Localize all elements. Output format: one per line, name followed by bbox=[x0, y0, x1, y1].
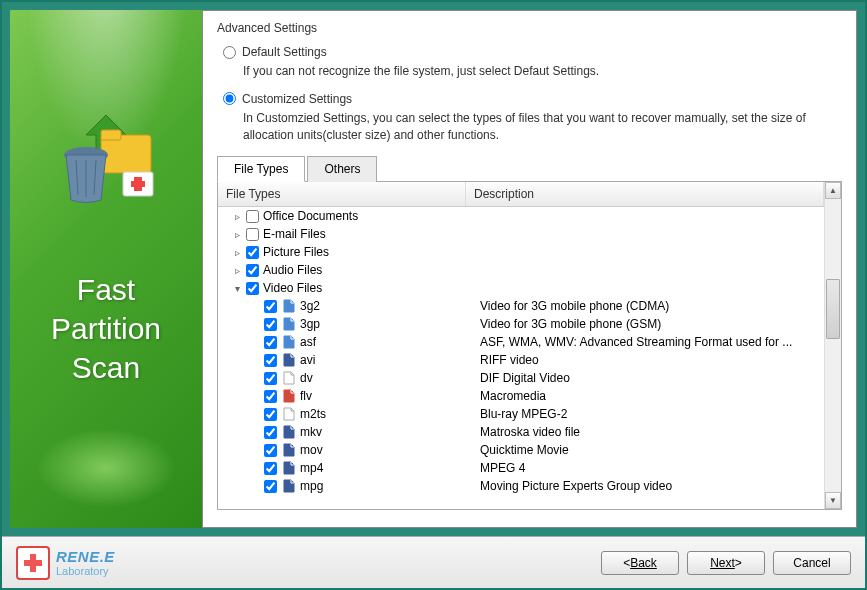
tab-file-types[interactable]: File Types bbox=[217, 156, 305, 182]
file-type-row[interactable]: m2tsBlu-ray MPEG-2 bbox=[218, 405, 824, 423]
scroll-up-button[interactable]: ▲ bbox=[825, 182, 841, 199]
file-type-row[interactable]: aviRIFF video bbox=[218, 351, 824, 369]
category-checkbox[interactable] bbox=[246, 246, 259, 259]
col-header-name[interactable]: File Types bbox=[218, 182, 466, 206]
file-type-row[interactable]: 3gpVideo for 3G mobile phone (GSM) bbox=[218, 315, 824, 333]
file-type-row[interactable]: asfASF, WMA, WMV: Advanced Streaming For… bbox=[218, 333, 824, 351]
customized-settings-label: Customized Settings bbox=[242, 92, 352, 106]
scroll-thumb[interactable] bbox=[826, 279, 840, 339]
category-row[interactable]: ▹Picture Files bbox=[218, 243, 824, 261]
tree-header: File Types Description bbox=[218, 182, 824, 207]
file-type-checkbox[interactable] bbox=[264, 372, 277, 385]
file-icon bbox=[281, 299, 297, 313]
main-area: Fast Partition Scan Advanced Settings De… bbox=[2, 2, 865, 536]
file-type-row[interactable]: mpgMoving Picture Experts Group video bbox=[218, 477, 824, 495]
file-type-row[interactable]: movQuicktime Movie bbox=[218, 441, 824, 459]
category-row[interactable]: ▹E-mail Files bbox=[218, 225, 824, 243]
file-type-row[interactable]: 3g2Video for 3G mobile phone (CDMA) bbox=[218, 297, 824, 315]
category-name: Audio Files bbox=[263, 263, 322, 277]
file-type-checkbox[interactable] bbox=[264, 426, 277, 439]
expander-icon[interactable]: ▹ bbox=[232, 265, 242, 276]
sidebar-title-line2: Partition bbox=[10, 309, 202, 348]
file-ext: mpg bbox=[300, 479, 323, 493]
file-desc: DIF Digital Video bbox=[480, 371, 570, 385]
logo-text: RENE.E Laboratory bbox=[56, 548, 115, 577]
file-ext: asf bbox=[300, 335, 316, 349]
sidebar-graphic bbox=[51, 100, 161, 210]
file-type-checkbox[interactable] bbox=[264, 336, 277, 349]
file-ext: flv bbox=[300, 389, 312, 403]
file-ext: 3gp bbox=[300, 317, 320, 331]
file-type-checkbox[interactable] bbox=[264, 444, 277, 457]
tree-body: ▹Office Documents▹E-mail Files▹Picture F… bbox=[218, 207, 824, 503]
file-desc: ASF, WMA, WMV: Advanced Streaming Format… bbox=[480, 335, 792, 349]
folder-icon bbox=[101, 130, 151, 173]
file-type-checkbox[interactable] bbox=[264, 408, 277, 421]
file-type-checkbox[interactable] bbox=[264, 462, 277, 475]
section-title: Advanced Settings bbox=[217, 21, 842, 35]
window: Fast Partition Scan Advanced Settings De… bbox=[0, 0, 867, 590]
file-icon bbox=[281, 461, 297, 475]
file-desc: Matroska video file bbox=[480, 425, 580, 439]
file-type-row[interactable]: flvMacromedia bbox=[218, 387, 824, 405]
next-button[interactable]: Next> bbox=[687, 551, 765, 575]
file-desc: Video for 3G mobile phone (CDMA) bbox=[480, 299, 669, 313]
cancel-button[interactable]: Cancel bbox=[773, 551, 851, 575]
category-name: Picture Files bbox=[263, 245, 329, 259]
footer: RENE.E Laboratory <Back Next> Cancel bbox=[2, 536, 865, 588]
file-icon bbox=[281, 443, 297, 457]
content-panel: Advanced Settings Default Settings If yo… bbox=[202, 10, 857, 528]
file-ext: 3g2 bbox=[300, 299, 320, 313]
expander-icon[interactable]: ▹ bbox=[232, 247, 242, 258]
category-checkbox[interactable] bbox=[246, 282, 259, 295]
file-type-checkbox[interactable] bbox=[264, 354, 277, 367]
file-type-checkbox[interactable] bbox=[264, 318, 277, 331]
category-checkbox[interactable] bbox=[246, 228, 259, 241]
scroll-down-button[interactable]: ▼ bbox=[825, 492, 841, 509]
category-name: Office Documents bbox=[263, 209, 358, 223]
file-ext: avi bbox=[300, 353, 315, 367]
scroll-track[interactable] bbox=[825, 199, 841, 492]
file-type-checkbox[interactable] bbox=[264, 300, 277, 313]
customized-settings-radio[interactable] bbox=[223, 92, 236, 105]
category-row[interactable]: ▹Audio Files bbox=[218, 261, 824, 279]
category-name: E-mail Files bbox=[263, 227, 326, 241]
file-type-row[interactable]: mkvMatroska video file bbox=[218, 423, 824, 441]
tree-inner: File Types Description ▹Office Documents… bbox=[218, 182, 824, 509]
file-icon bbox=[281, 353, 297, 367]
file-icon bbox=[281, 425, 297, 439]
category-row[interactable]: ▹Office Documents bbox=[218, 207, 824, 225]
file-ext: mkv bbox=[300, 425, 322, 439]
file-type-checkbox[interactable] bbox=[264, 390, 277, 403]
scrollbar[interactable]: ▲ ▼ bbox=[824, 182, 841, 509]
file-desc: MPEG 4 bbox=[480, 461, 525, 475]
svg-rect-0 bbox=[101, 135, 151, 173]
default-settings-radio-row[interactable]: Default Settings bbox=[223, 45, 842, 59]
category-checkbox[interactable] bbox=[246, 210, 259, 223]
svg-rect-8 bbox=[131, 181, 145, 187]
customized-settings-radio-row[interactable]: Customized Settings bbox=[223, 92, 842, 106]
file-desc: RIFF video bbox=[480, 353, 539, 367]
sidebar: Fast Partition Scan bbox=[10, 10, 202, 528]
file-ext: dv bbox=[300, 371, 313, 385]
default-settings-label: Default Settings bbox=[242, 45, 327, 59]
file-desc: Video for 3G mobile phone (GSM) bbox=[480, 317, 661, 331]
file-type-row[interactable]: dvDIF Digital Video bbox=[218, 369, 824, 387]
file-type-checkbox[interactable] bbox=[264, 480, 277, 493]
expander-icon[interactable]: ▹ bbox=[232, 211, 242, 222]
category-checkbox[interactable] bbox=[246, 264, 259, 277]
back-button[interactable]: <Back bbox=[601, 551, 679, 575]
file-ext: mov bbox=[300, 443, 323, 457]
expander-icon[interactable]: ▹ bbox=[232, 229, 242, 240]
tab-others[interactable]: Others bbox=[307, 156, 377, 182]
file-desc: Quicktime Movie bbox=[480, 443, 569, 457]
file-desc: Macromedia bbox=[480, 389, 546, 403]
file-type-row[interactable]: mp4MPEG 4 bbox=[218, 459, 824, 477]
expander-icon[interactable]: ▾ bbox=[232, 283, 242, 294]
default-settings-radio[interactable] bbox=[223, 46, 236, 59]
category-name: Video Files bbox=[263, 281, 322, 295]
logo-icon bbox=[16, 546, 50, 580]
sidebar-title-line1: Fast bbox=[10, 270, 202, 309]
category-row[interactable]: ▾Video Files bbox=[218, 279, 824, 297]
col-header-desc[interactable]: Description bbox=[466, 182, 824, 206]
